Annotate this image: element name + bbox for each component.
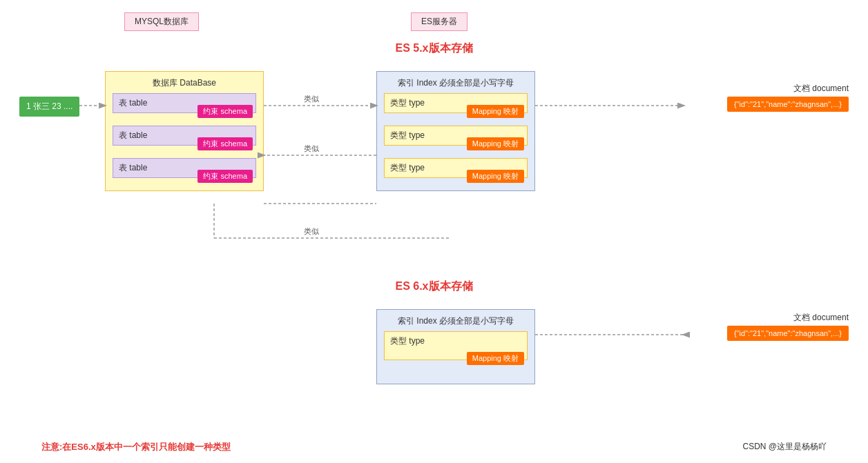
index-container-es5: 索引 Index 必须全部是小写字母 类型 type Mapping 映射 类型… [376,71,535,191]
record-box: 1 张三 23 .... [19,97,79,117]
es6-title: ES 6.x版本存储 [0,279,868,294]
doc-label-es5: 文档 document [793,83,849,95]
es5-title: ES 5.x版本存储 [0,41,868,56]
mysql-label-box: MYSQL数据库 [124,12,199,31]
doc-box-es5: {"id":"21","name":"zhagnsan",...} [727,97,849,112]
svg-text:类似: 类似 [304,227,319,235]
footer-note: 注意:在ES6.x版本中一个索引只能创建一种类型 [41,441,231,453]
svg-text:类似: 类似 [304,144,319,152]
index-container-es6: 索引 Index 必须全部是小写字母 类型 type Mapping 映射 [376,309,535,384]
es6-wrapper: 索引 Index 必须全部是小写字母 类型 type Mapping 映射 文档… [0,297,868,421]
svg-text:类似: 类似 [304,95,319,103]
type-row-1: 类型 type Mapping 映射 [384,93,528,113]
table-row-2: 表 table 约束 schema [113,126,256,146]
footer-credit: CSDN @这里是杨杨吖 [742,441,827,453]
type-row-es6: 类型 type Mapping 映射 [384,331,528,360]
type-row-2: 类型 type Mapping 映射 [384,126,528,146]
mysql-label: MYSQL数据库 [124,12,199,31]
es-server-label: ES服务器 [411,12,467,31]
doc-box-es6: {"id":"21","name":"zhagnsan",...} [727,326,849,341]
doc-label-es6: 文档 document [793,312,849,324]
es-server-label-box: ES服务器 [411,12,467,31]
table-row-1: 表 table 约束 schema [113,93,256,113]
es5-wrapper: 1 张三 23 .... 数据库 DataBase 表 table 约束 sch… [0,59,868,273]
type-row-3: 类型 type Mapping 映射 [384,158,528,178]
table-row-3: 表 table 约束 schema [113,158,256,178]
footer: 注意:在ES6.x版本中一个索引只能创建一种类型 CSDN @这里是杨杨吖 [0,441,868,453]
db-container: 数据库 DataBase 表 table 约束 schema 表 table 约… [105,71,264,191]
page-container: MYSQL数据库 ES服务器 ES 5.x版本存储 1 张三 23 .... 数… [0,0,868,463]
